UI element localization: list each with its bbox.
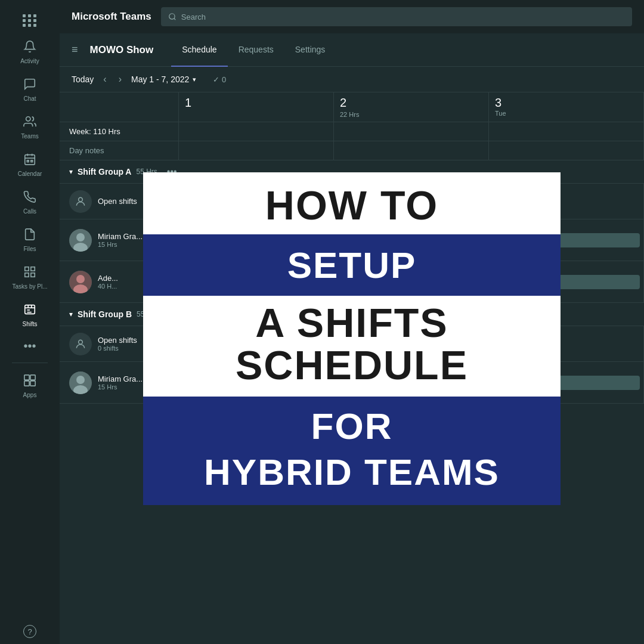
day-notes-row: Day notes bbox=[60, 141, 644, 160]
today-button[interactable]: Today bbox=[72, 75, 94, 84]
help-icon: ? bbox=[23, 625, 36, 638]
sidebar-item-calendar[interactable]: Calendar bbox=[0, 145, 60, 183]
prev-week-button[interactable]: ‹ bbox=[101, 73, 109, 86]
grid-header: 1 2 22 Hrs 3 Tue bbox=[60, 92, 644, 122]
day-notes-cell-2[interactable] bbox=[334, 141, 489, 160]
svg-point-30 bbox=[79, 340, 83, 344]
tasks-icon bbox=[23, 265, 36, 281]
shift-cell-miriam-b-2[interactable]: 2 PM - 6 PM bbox=[334, 362, 489, 403]
nav-divider bbox=[12, 363, 48, 363]
left-navigation: Activity Chat Teams bbox=[0, 0, 60, 644]
day-notes-cell-1[interactable] bbox=[179, 141, 334, 160]
shift-cell-miriam-a-2[interactable]: 11 AM - 2 PM bbox=[334, 219, 489, 261]
shift-cell-miriam-b-1[interactable]: 2 PM - 6 PM bbox=[179, 362, 334, 403]
day-notes-cell-3[interactable] bbox=[489, 141, 644, 160]
header-label-col bbox=[60, 92, 179, 122]
schedule-grid[interactable]: 1 2 22 Hrs 3 Tue Week: 110 Hrs bbox=[60, 92, 644, 644]
employee-row-ade-a: Ade... 40 H... 4 PM - 12 AM bbox=[60, 261, 644, 303]
shift-cell-miriam-b-3[interactable]: 2 PM - 6 PM bbox=[489, 362, 644, 403]
shifts-label: Shifts bbox=[22, 321, 37, 327]
day-col-2: 2 22 Hrs bbox=[334, 92, 489, 122]
calendar-icon bbox=[23, 153, 36, 168]
open-shifts-row-b: Open shifts 0 shifts bbox=[60, 326, 644, 362]
open-shifts-info-a: Open shifts bbox=[60, 184, 179, 219]
group-b-hrs: 55 Hrs bbox=[137, 310, 157, 318]
group-a-chevron[interactable]: ▾ bbox=[69, 168, 73, 176]
open-shift-b-cell-3[interactable] bbox=[489, 326, 644, 361]
apps-icon bbox=[23, 374, 36, 389]
open-shift-a-cell-1[interactable] bbox=[179, 184, 334, 219]
svg-rect-18 bbox=[30, 375, 35, 380]
svg-rect-1 bbox=[25, 155, 35, 165]
tab-schedule[interactable]: Schedule bbox=[171, 33, 227, 67]
group-b-name: Shift Group B bbox=[78, 309, 132, 319]
app-title: Microsoft Teams bbox=[72, 11, 151, 23]
sidebar-item-teams[interactable]: Teams bbox=[0, 108, 60, 145]
open-shifts-avatar-a bbox=[69, 190, 92, 213]
open-shift-a-cell-2[interactable] bbox=[334, 184, 489, 219]
svg-rect-9 bbox=[25, 273, 29, 277]
svg-line-22 bbox=[174, 18, 176, 20]
sidebar-item-tasks[interactable]: Tasks by Pl... bbox=[0, 258, 60, 296]
group-b-chevron[interactable]: ▾ bbox=[69, 310, 73, 318]
day-col-1: 1 bbox=[179, 92, 334, 122]
teams-icon bbox=[23, 115, 36, 131]
sidebar-item-shifts[interactable]: Shifts bbox=[0, 296, 60, 333]
calendar-label: Calendar bbox=[18, 171, 42, 177]
sub-header: ≡ MOWO Show Schedule Requests Settings bbox=[60, 33, 644, 67]
check-count: ✓ 0 bbox=[213, 75, 226, 84]
sidebar-item-calls[interactable]: Calls bbox=[0, 183, 60, 221]
svg-point-0 bbox=[26, 117, 30, 121]
shift-group-b-header: ▾ Shift Group B 55 Hrs ••• bbox=[60, 303, 644, 326]
more-apps-dots[interactable]: ••• bbox=[23, 333, 36, 359]
sidebar-item-help[interactable]: ? bbox=[0, 618, 60, 644]
open-shifts-avatar-b bbox=[69, 333, 92, 355]
employee-details-miriam-a: Miriam Gra... 15 Hrs bbox=[98, 232, 143, 248]
shift-cell-ade-a-2[interactable] bbox=[334, 261, 489, 302]
shift-cell-miriam-a-3[interactable]: 11 AM - 2 PM bbox=[489, 219, 644, 261]
tasks-label: Tasks by Pl... bbox=[13, 283, 48, 290]
svg-rect-5 bbox=[27, 160, 29, 162]
sidebar-item-apps[interactable]: Apps bbox=[0, 367, 60, 404]
open-shift-b-cell-2[interactable] bbox=[334, 326, 489, 361]
group-a-more-button[interactable]: ••• bbox=[167, 166, 177, 177]
svg-point-23 bbox=[79, 197, 83, 202]
shift-cell-ade-a-3[interactable]: 4 PM - 12 AM bbox=[489, 261, 644, 302]
files-icon bbox=[23, 228, 36, 243]
employee-info-miriam-b: Miriam Gra... 15 Hrs bbox=[60, 362, 179, 403]
employee-row-miriam-a: Miriam Gra... 15 Hrs 11 A... 11 AM - 2 P… bbox=[60, 219, 644, 261]
group-a-name: Shift Group A bbox=[78, 167, 131, 177]
tab-bar: Schedule Requests Settings bbox=[171, 33, 336, 67]
files-label: Files bbox=[23, 246, 36, 252]
search-bar[interactable]: Search bbox=[161, 7, 632, 26]
open-shift-b-cell-1[interactable] bbox=[179, 326, 334, 361]
svg-point-25 bbox=[76, 233, 85, 242]
tab-requests[interactable]: Requests bbox=[228, 33, 284, 67]
group-b-more-button[interactable]: ••• bbox=[167, 309, 177, 320]
employee-info-ade-a: Ade... 40 H... bbox=[60, 261, 179, 302]
shift-block-miriam-a-1: 11 A... bbox=[182, 233, 330, 247]
sidebar-item-activity[interactable]: Activity bbox=[0, 33, 60, 70]
week-hrs-label: Week: 110 Hrs bbox=[60, 122, 179, 141]
shift-block-miriam-b-2: 2 PM - 6 PM bbox=[338, 376, 485, 390]
week-cell-2 bbox=[334, 122, 489, 141]
open-shifts-text-b: Open shifts 0 shifts bbox=[98, 336, 137, 352]
page-title: MOWO Show bbox=[90, 44, 154, 56]
teams-label: Teams bbox=[21, 133, 38, 140]
shift-cell-miriam-a-1[interactable]: 11 A... bbox=[179, 219, 334, 261]
date-range-selector[interactable]: May 1 - 7, 2022 ▾ bbox=[131, 75, 196, 84]
svg-rect-20 bbox=[30, 381, 35, 386]
app-launcher-button[interactable] bbox=[0, 6, 60, 33]
next-week-button[interactable]: › bbox=[116, 73, 124, 86]
shift-cell-ade-a-1[interactable] bbox=[179, 261, 334, 302]
hamburger-menu[interactable]: ≡ bbox=[72, 44, 78, 56]
open-shift-a-cell-3[interactable] bbox=[489, 184, 644, 219]
shift-block-miriam-a-2: 11 AM - 2 PM bbox=[338, 233, 485, 247]
sidebar-item-chat[interactable]: Chat bbox=[0, 70, 60, 108]
shift-block-miriam-b-1: 2 PM - 6 PM bbox=[182, 376, 330, 390]
svg-rect-10 bbox=[31, 273, 35, 277]
tab-settings[interactable]: Settings bbox=[284, 33, 336, 67]
chat-label: Chat bbox=[23, 95, 36, 102]
sidebar-item-files[interactable]: Files bbox=[0, 221, 60, 258]
employee-info-miriam-a: Miriam Gra... 15 Hrs bbox=[60, 219, 179, 261]
